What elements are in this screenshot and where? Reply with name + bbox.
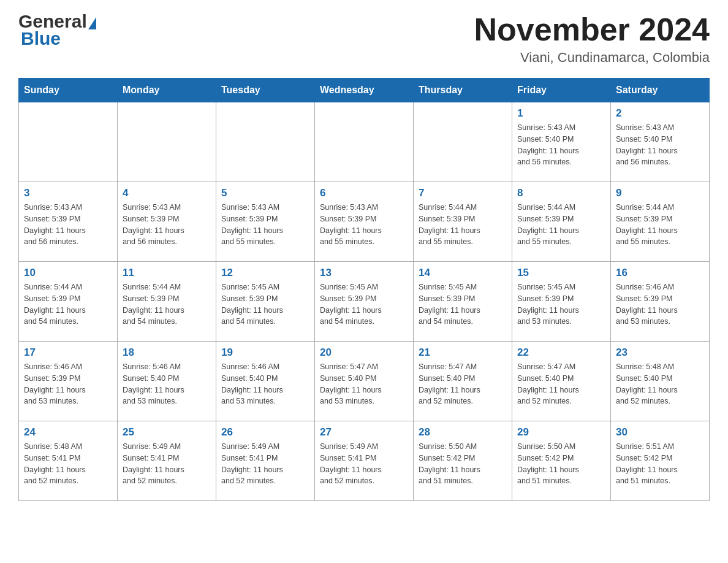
day-number: 25: [123, 426, 211, 439]
calendar-cell: 17Sunrise: 5:46 AMSunset: 5:39 PMDayligh…: [19, 342, 118, 421]
calendar-cell: 19Sunrise: 5:46 AMSunset: 5:40 PMDayligh…: [216, 342, 315, 421]
day-number: 7: [419, 187, 507, 199]
calendar-cell: 16Sunrise: 5:46 AMSunset: 5:39 PMDayligh…: [611, 262, 710, 342]
day-number: 20: [320, 347, 408, 359]
calendar-cell: 7Sunrise: 5:44 AMSunset: 5:39 PMDaylight…: [414, 182, 512, 262]
day-info: Sunrise: 5:44 AMSunset: 5:39 PMDaylight:…: [24, 282, 112, 327]
day-number: 16: [616, 267, 704, 279]
logo-triangle-icon: [88, 17, 96, 29]
day-info: Sunrise: 5:45 AMSunset: 5:39 PMDaylight:…: [320, 282, 408, 327]
page-title: November 2024: [474, 12, 710, 47]
day-number: 13: [320, 267, 408, 279]
calendar-cell: 18Sunrise: 5:46 AMSunset: 5:40 PMDayligh…: [118, 342, 216, 421]
calendar-cell: 2Sunrise: 5:43 AMSunset: 5:40 PMDaylight…: [611, 102, 710, 182]
calendar-cell: 28Sunrise: 5:50 AMSunset: 5:42 PMDayligh…: [414, 421, 512, 501]
day-info: Sunrise: 5:44 AMSunset: 5:39 PMDaylight:…: [517, 202, 605, 248]
calendar-header-thursday: Thursday: [414, 79, 512, 102]
day-number: 11: [123, 267, 211, 279]
logo-blue-text: Blue: [21, 28, 61, 48]
week-row-2: 3Sunrise: 5:43 AMSunset: 5:39 PMDaylight…: [19, 182, 710, 262]
calendar-cell: 11Sunrise: 5:44 AMSunset: 5:39 PMDayligh…: [118, 262, 216, 342]
day-info: Sunrise: 5:47 AMSunset: 5:40 PMDaylight:…: [517, 361, 605, 407]
day-info: Sunrise: 5:43 AMSunset: 5:40 PMDaylight:…: [616, 122, 704, 168]
day-info: Sunrise: 5:44 AMSunset: 5:39 PMDaylight:…: [419, 202, 507, 248]
calendar-cell: 23Sunrise: 5:48 AMSunset: 5:40 PMDayligh…: [611, 342, 710, 421]
day-number: 2: [616, 107, 704, 120]
week-row-1: 1Sunrise: 5:43 AMSunset: 5:40 PMDaylight…: [19, 102, 710, 182]
day-number: 9: [616, 187, 704, 199]
day-number: 12: [221, 267, 309, 279]
day-info: Sunrise: 5:49 AMSunset: 5:41 PMDaylight:…: [221, 441, 309, 487]
calendar-cell: 27Sunrise: 5:49 AMSunset: 5:41 PMDayligh…: [315, 421, 414, 501]
calendar-header-row: SundayMondayTuesdayWednesdayThursdayFrid…: [19, 79, 710, 102]
day-info: Sunrise: 5:43 AMSunset: 5:39 PMDaylight:…: [221, 202, 309, 248]
day-number: 28: [419, 426, 507, 439]
day-number: 5: [221, 187, 309, 199]
calendar-cell: [315, 102, 414, 182]
calendar-cell: 26Sunrise: 5:49 AMSunset: 5:41 PMDayligh…: [216, 421, 315, 501]
day-number: 19: [221, 347, 309, 359]
day-info: Sunrise: 5:47 AMSunset: 5:40 PMDaylight:…: [419, 361, 507, 407]
calendar-header-saturday: Saturday: [611, 79, 710, 102]
calendar-cell: 14Sunrise: 5:45 AMSunset: 5:39 PMDayligh…: [414, 262, 512, 342]
page-header: General Blue November 2024 Viani, Cundin…: [18, 12, 710, 66]
calendar-cell: 15Sunrise: 5:45 AMSunset: 5:39 PMDayligh…: [512, 262, 611, 342]
calendar-header-monday: Monday: [118, 79, 216, 102]
calendar-header-wednesday: Wednesday: [315, 79, 414, 102]
calendar-cell: [414, 102, 512, 182]
day-info: Sunrise: 5:46 AMSunset: 5:40 PMDaylight:…: [221, 361, 309, 407]
day-number: 21: [419, 347, 507, 359]
day-number: 29: [517, 426, 605, 439]
day-info: Sunrise: 5:51 AMSunset: 5:42 PMDaylight:…: [616, 441, 704, 487]
week-row-3: 10Sunrise: 5:44 AMSunset: 5:39 PMDayligh…: [19, 262, 710, 342]
calendar-cell: 6Sunrise: 5:43 AMSunset: 5:39 PMDaylight…: [315, 182, 414, 262]
week-row-4: 17Sunrise: 5:46 AMSunset: 5:39 PMDayligh…: [19, 342, 710, 421]
calendar-cell: 10Sunrise: 5:44 AMSunset: 5:39 PMDayligh…: [19, 262, 118, 342]
day-info: Sunrise: 5:43 AMSunset: 5:39 PMDaylight:…: [24, 202, 112, 248]
day-number: 15: [517, 267, 605, 279]
day-number: 23: [616, 347, 704, 359]
week-row-5: 24Sunrise: 5:48 AMSunset: 5:41 PMDayligh…: [19, 421, 710, 501]
day-number: 27: [320, 426, 408, 439]
calendar-cell: 20Sunrise: 5:47 AMSunset: 5:40 PMDayligh…: [315, 342, 414, 421]
calendar-table: SundayMondayTuesdayWednesdayThursdayFrid…: [18, 78, 710, 501]
page-subtitle: Viani, Cundinamarca, Colombia: [474, 50, 710, 66]
day-info: Sunrise: 5:48 AMSunset: 5:40 PMDaylight:…: [616, 361, 704, 407]
day-info: Sunrise: 5:46 AMSunset: 5:40 PMDaylight:…: [123, 361, 211, 407]
calendar-cell: 21Sunrise: 5:47 AMSunset: 5:40 PMDayligh…: [414, 342, 512, 421]
day-number: 6: [320, 187, 408, 199]
day-info: Sunrise: 5:43 AMSunset: 5:39 PMDaylight:…: [320, 202, 408, 248]
day-info: Sunrise: 5:45 AMSunset: 5:39 PMDaylight:…: [517, 282, 605, 327]
calendar-cell: [19, 102, 118, 182]
day-info: Sunrise: 5:44 AMSunset: 5:39 PMDaylight:…: [616, 202, 704, 248]
day-number: 17: [24, 347, 112, 359]
calendar-cell: 1Sunrise: 5:43 AMSunset: 5:40 PMDaylight…: [512, 102, 611, 182]
calendar-header-friday: Friday: [512, 79, 611, 102]
day-number: 22: [517, 347, 605, 359]
day-info: Sunrise: 5:49 AMSunset: 5:41 PMDaylight:…: [123, 441, 211, 487]
day-info: Sunrise: 5:49 AMSunset: 5:41 PMDaylight:…: [320, 441, 408, 487]
day-info: Sunrise: 5:45 AMSunset: 5:39 PMDaylight:…: [419, 282, 507, 327]
day-info: Sunrise: 5:46 AMSunset: 5:39 PMDaylight:…: [24, 361, 112, 407]
day-number: 3: [24, 187, 112, 199]
calendar-cell: 13Sunrise: 5:45 AMSunset: 5:39 PMDayligh…: [315, 262, 414, 342]
calendar-cell: 30Sunrise: 5:51 AMSunset: 5:42 PMDayligh…: [611, 421, 710, 501]
calendar-cell: 3Sunrise: 5:43 AMSunset: 5:39 PMDaylight…: [19, 182, 118, 262]
day-number: 26: [221, 426, 309, 439]
day-info: Sunrise: 5:43 AMSunset: 5:40 PMDaylight:…: [517, 122, 605, 168]
day-info: Sunrise: 5:45 AMSunset: 5:39 PMDaylight:…: [221, 282, 309, 327]
calendar-cell: 4Sunrise: 5:43 AMSunset: 5:39 PMDaylight…: [118, 182, 216, 262]
day-number: 10: [24, 267, 112, 279]
day-info: Sunrise: 5:48 AMSunset: 5:41 PMDaylight:…: [24, 441, 112, 487]
calendar-cell: 5Sunrise: 5:43 AMSunset: 5:39 PMDaylight…: [216, 182, 315, 262]
calendar-header-tuesday: Tuesday: [216, 79, 315, 102]
day-info: Sunrise: 5:43 AMSunset: 5:39 PMDaylight:…: [123, 202, 211, 248]
day-info: Sunrise: 5:47 AMSunset: 5:40 PMDaylight:…: [320, 361, 408, 407]
title-block: November 2024 Viani, Cundinamarca, Colom…: [474, 12, 710, 66]
day-number: 4: [123, 187, 211, 199]
calendar-cell: 24Sunrise: 5:48 AMSunset: 5:41 PMDayligh…: [19, 421, 118, 501]
logo: General Blue: [18, 12, 96, 48]
day-number: 8: [517, 187, 605, 199]
day-number: 1: [517, 107, 605, 120]
calendar-cell: [118, 102, 216, 182]
